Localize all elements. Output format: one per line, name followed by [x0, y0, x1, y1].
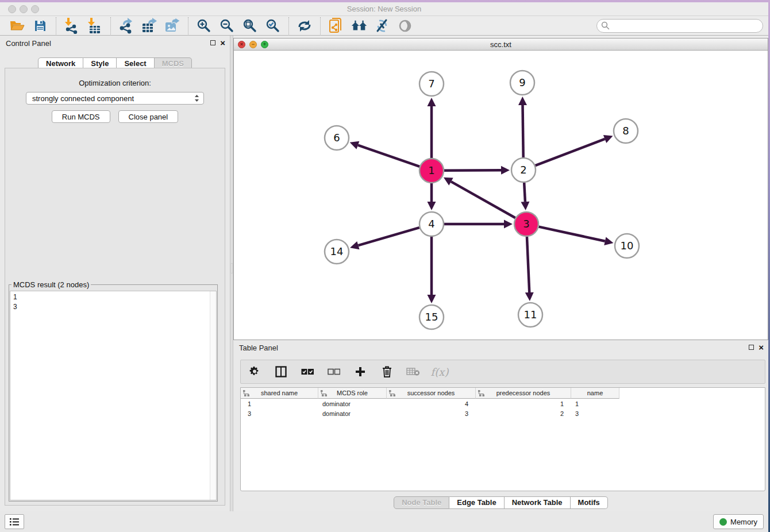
run-mcds-button[interactable]: Run MCDS: [52, 110, 110, 123]
graph-node-1[interactable]: 1: [419, 159, 444, 183]
graph-node-7[interactable]: 7: [419, 72, 444, 96]
float-table-panel-icon[interactable]: [749, 345, 754, 350]
table-cell[interactable]: dominator: [318, 408, 387, 418]
table-row[interactable]: 1dominator411: [241, 399, 765, 408]
graph-edge-2-3[interactable]: [521, 183, 529, 210]
add-column-icon[interactable]: [353, 365, 367, 379]
table-cell[interactable]: 4: [387, 399, 476, 408]
import-network-icon[interactable]: [63, 17, 80, 34]
search-field[interactable]: [596, 19, 763, 33]
clone-network-icon[interactable]: [328, 17, 345, 34]
result-scrollbar[interactable]: [210, 291, 216, 500]
table-cell[interactable]: 3: [241, 408, 318, 418]
table-cell[interactable]: 3: [571, 408, 619, 418]
toggle-panels-icon[interactable]: [274, 365, 288, 379]
graph-node-9[interactable]: 9: [510, 71, 534, 95]
mcds-result-area[interactable]: 1 3: [10, 291, 217, 500]
graph-edge-4-15[interactable]: [428, 237, 436, 303]
column-header-MCDS-role[interactable]: MCDS role: [318, 388, 387, 399]
delete-column-icon[interactable]: [380, 365, 394, 379]
network-frame: × − + scc.txt 7968124314101511: [233, 38, 768, 340]
bird-view-icon[interactable]: [396, 17, 414, 34]
graph-edge-4-14[interactable]: [350, 228, 419, 249]
graph-node-3[interactable]: 3: [514, 212, 538, 236]
graph-edge-1-7[interactable]: [428, 98, 436, 158]
zoom-in-icon[interactable]: [195, 17, 213, 34]
column-header-shared-name[interactable]: shared name: [241, 388, 318, 399]
import-table-icon[interactable]: [86, 17, 103, 34]
table-toolbar: f(x): [240, 360, 765, 384]
network-canvas[interactable]: 7968124314101511: [234, 51, 768, 340]
control-panel: Control Panel × NetworkStyleSelectMCDS O…: [0, 36, 230, 511]
graph-node-15[interactable]: 15: [419, 305, 444, 329]
table-tab-network-table[interactable]: Network Table: [505, 496, 571, 509]
task-history-button[interactable]: [5, 514, 24, 529]
close-panel-icon[interactable]: ×: [220, 40, 225, 46]
graph-node-2[interactable]: 2: [511, 158, 536, 182]
graph-edge-1-6[interactable]: [350, 141, 420, 167]
status-bar: Memory: [0, 511, 768, 532]
column-header-predecessor-nodes[interactable]: predecessor nodes: [476, 388, 571, 399]
table-cell[interactable]: 1: [241, 399, 318, 408]
table-cell[interactable]: 2: [476, 408, 571, 418]
graph-edge-1-2[interactable]: [444, 166, 510, 175]
table-panel-title: Table Panel: [239, 344, 278, 352]
column-header-name[interactable]: name: [571, 388, 619, 399]
hide-graphics-details-icon[interactable]: [374, 17, 391, 34]
float-panel-icon[interactable]: [210, 40, 215, 45]
table-row[interactable]: 3dominator323: [241, 408, 765, 418]
save-session-icon[interactable]: [32, 17, 49, 34]
table-settings-icon[interactable]: [248, 365, 261, 379]
table-cell[interactable]: dominator: [318, 399, 387, 408]
export-image-icon[interactable]: [164, 17, 181, 34]
criterion-select[interactable]: strongly connected component: [26, 92, 204, 105]
table-cell[interactable]: 1: [571, 399, 619, 408]
network-frame-titlebar[interactable]: × − + scc.txt: [234, 38, 768, 51]
node-table-body: 1dominator4113dominator323: [241, 399, 765, 418]
memory-button[interactable]: Memory: [713, 514, 764, 529]
graph-edge-3-10[interactable]: [538, 227, 613, 245]
search-icon: [601, 21, 610, 30]
graph-node-4[interactable]: 4: [419, 212, 444, 236]
memory-status-icon: [719, 518, 727, 526]
select-stepper-icon: [194, 94, 199, 102]
graph-node-6[interactable]: 6: [325, 126, 349, 150]
svg-text:1: 1: [428, 164, 434, 176]
zoom-out-icon[interactable]: [218, 17, 236, 34]
open-session-icon[interactable]: [9, 17, 26, 34]
graph-edge-2-9[interactable]: [518, 97, 527, 157]
zoom-selected-icon[interactable]: [264, 17, 282, 34]
graph-edge-2-8[interactable]: [536, 135, 613, 165]
graph-edge-4-3[interactable]: [444, 220, 513, 229]
show-home-icon[interactable]: [351, 17, 368, 34]
search-input[interactable]: [610, 21, 763, 31]
select-all-columns-icon[interactable]: [301, 365, 314, 379]
table-tab-motifs[interactable]: Motifs: [571, 496, 608, 509]
close-panel-button[interactable]: Close panel: [118, 110, 179, 123]
unselect-all-columns-icon[interactable]: [327, 365, 341, 379]
graph-edge-3-11[interactable]: [525, 237, 534, 301]
graph-node-8[interactable]: 8: [614, 119, 638, 143]
column-header-successor-nodes[interactable]: successor nodes: [387, 388, 476, 399]
network-graph: 7968124314101511: [234, 51, 768, 340]
graph-edge-3-1[interactable]: [444, 178, 515, 218]
export-network-icon[interactable]: [118, 17, 135, 34]
mcds-result-text: 1 3: [10, 291, 216, 313]
graph-node-14[interactable]: 14: [325, 240, 349, 264]
graph-edge-1-4[interactable]: [428, 183, 436, 210]
table-tab-edge-table[interactable]: Edge Table: [449, 496, 504, 509]
table-cell[interactable]: 1: [476, 399, 571, 408]
close-table-panel-icon[interactable]: ×: [759, 344, 764, 350]
graph-node-11[interactable]: 11: [518, 303, 542, 327]
svg-text:3: 3: [523, 218, 529, 230]
toolbar-separator: [56, 17, 56, 34]
table-tab-node-table[interactable]: Node Table: [394, 496, 449, 509]
node-table-header: shared nameMCDS rolesuccessor nodesprede…: [241, 388, 765, 399]
graph-node-10[interactable]: 10: [615, 234, 639, 258]
zoom-fit-icon[interactable]: [241, 17, 259, 34]
splitter-handle[interactable]: [231, 263, 233, 273]
table-cell[interactable]: 3: [387, 408, 476, 418]
network-title: scc.txt: [234, 38, 768, 51]
export-table-icon[interactable]: [141, 17, 158, 34]
apply-layout-icon[interactable]: [296, 17, 313, 34]
